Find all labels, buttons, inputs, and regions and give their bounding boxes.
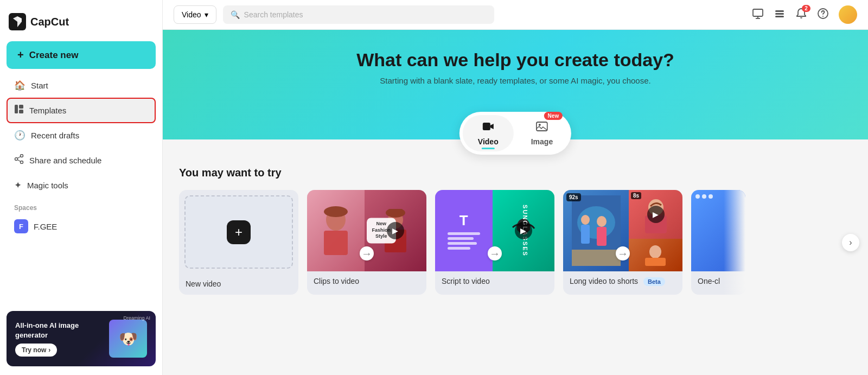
svg-point-20 (539, 124, 541, 126)
section-title: You may want to try (179, 167, 852, 179)
svg-point-40 (649, 245, 661, 258)
svg-point-33 (581, 215, 590, 225)
card-new-video[interactable]: + New video (179, 190, 298, 295)
duration-badge-92s: 92s (566, 193, 581, 201)
search-icon: 🔍 (231, 10, 240, 19)
svg-point-22 (324, 206, 348, 217)
svg-point-16 (822, 16, 824, 17)
sidebar-item-recent-drafts[interactable]: 🕐 Recent drafts (7, 123, 156, 148)
tab-switcher: Video New Image (459, 112, 571, 155)
clips-to-video-thumb: New Fashion Style ▶ → (307, 190, 426, 271)
svg-rect-37 (572, 250, 621, 266)
svg-rect-12 (775, 10, 784, 12)
hero-banner: What can we help you create today? Start… (163, 30, 868, 139)
script-right-panel: Sunglasses ▶ (493, 190, 554, 271)
sidebar-item-start[interactable]: 🏠 Start (7, 73, 156, 98)
svg-point-35 (597, 216, 607, 227)
svg-point-5 (15, 158, 18, 161)
spaces-section-label: Spaces (7, 198, 156, 214)
card-script-to-video[interactable]: T (435, 190, 554, 295)
create-new-button[interactable]: + Create new (7, 41, 156, 69)
content-area: What can we help you create today? Start… (163, 30, 868, 375)
long-video-img2b (629, 239, 682, 271)
promo-banner[interactable]: All-in-one AI image generator Try now › … (7, 311, 156, 366)
new-badge: New (544, 112, 563, 120)
create-new-label: Create new (29, 50, 79, 61)
notification-icon[interactable]: 2 (795, 8, 807, 22)
svg-rect-2 (19, 105, 23, 109)
sidebar-item-magic-tools[interactable]: ✦ Magic tools (7, 173, 156, 198)
tab-video[interactable]: Video (463, 115, 514, 151)
long-video-img2a: ▶ 8s (629, 190, 682, 239)
home-icon: 🏠 (14, 80, 25, 91)
sidebar-item-label-recent-drafts: Recent drafts (31, 131, 79, 140)
script-images: T (435, 190, 554, 271)
help-icon[interactable] (817, 8, 829, 22)
try-now-button[interactable]: Try now › (15, 344, 57, 357)
clock-icon: 🕐 (14, 130, 25, 141)
svg-rect-3 (19, 110, 23, 113)
svg-rect-9 (753, 9, 763, 16)
tab-video-label: Video (478, 137, 499, 146)
svg-rect-34 (581, 225, 590, 244)
svg-rect-1 (15, 105, 18, 113)
beta-badge: Beta (643, 277, 665, 286)
script-left-panel: T (435, 190, 493, 271)
play-icon-2: ▶ (515, 222, 532, 239)
layers-icon[interactable] (774, 8, 786, 22)
user-avatar[interactable] (839, 5, 857, 24)
svg-rect-17 (483, 123, 490, 130)
long-video-label-text: Long video to shorts (570, 277, 638, 285)
svg-rect-41 (645, 258, 666, 266)
sidebar-item-templates[interactable]: Templates (7, 98, 156, 123)
long-video-img2: ▶ 8s (629, 190, 682, 271)
dreaming-label: Dreaming AI (123, 315, 150, 321)
card-long-video-to-shorts[interactable]: 92s ▶ 8s (563, 190, 682, 295)
promo-title: All-in-one AI image generator (15, 321, 104, 340)
svg-rect-13 (775, 13, 784, 15)
topbar-right: 2 (752, 5, 857, 24)
sidebar-item-label-share-schedule: Share and schedule (29, 156, 101, 165)
sidebar-item-label-magic-tools: Magic tools (27, 181, 68, 190)
try-now-label: Try now (22, 346, 46, 354)
space-avatar-fgee: F (14, 219, 28, 233)
svg-line-7 (17, 156, 21, 158)
search-bar[interactable]: 🔍 Search templates (223, 5, 494, 24)
sidebar-nav: 🏠 Start Templates 🕐 Recent drafts (7, 73, 156, 198)
topbar: Video ▾ 🔍 Search templates (163, 0, 868, 30)
script-to-video-thumb: T (435, 190, 554, 271)
sidebar-item-label-templates: Templates (29, 106, 66, 115)
video-type-dropdown[interactable]: Video ▾ (174, 5, 216, 24)
svg-rect-36 (597, 227, 607, 246)
new-video-label: New video (179, 274, 298, 295)
play-icon: ▶ (387, 222, 404, 239)
space-item-fgee[interactable]: F F.GEE (7, 214, 156, 239)
try-now-arrow-icon: › (48, 346, 50, 354)
templates-icon (14, 104, 24, 117)
app-name: CapCut (30, 16, 69, 28)
tab-image-label: Image (531, 137, 553, 146)
tab-image[interactable]: New Image (516, 115, 568, 151)
dropdown-label: Video (182, 10, 201, 19)
notification-badge: 2 (802, 5, 810, 12)
svg-marker-18 (490, 124, 494, 129)
magic-icon: ✦ (14, 180, 22, 191)
duration-badge-8s: 8s (631, 192, 641, 199)
hero-subtitle: Starting with a blank slate, ready templ… (184, 76, 846, 85)
capcut-logo-icon (9, 13, 26, 30)
share-icon (14, 154, 24, 167)
space-label-fgee: F.GEE (34, 222, 57, 231)
script-to-video-label: Script to video (435, 271, 554, 292)
hero-title: What can we help you create today? (184, 49, 846, 71)
svg-rect-23 (324, 231, 348, 255)
sidebar: CapCut + Create new 🏠 Start Templates 🕐 … (0, 0, 163, 375)
promo-image: 🐶 (109, 320, 147, 358)
screen-icon[interactable] (752, 8, 764, 22)
next-arrow-button[interactable]: › (842, 234, 859, 251)
card-one-cl[interactable]: One-cl (691, 190, 745, 295)
long-video-thumb: 92s ▶ 8s (563, 190, 682, 271)
sidebar-item-share-schedule[interactable]: Share and schedule (7, 148, 156, 173)
card-clips-to-video[interactable]: New Fashion Style ▶ → Clips to video (307, 190, 426, 295)
clips-to-video-label: Clips to video (307, 271, 426, 292)
sidebar-item-label-start: Start (31, 81, 48, 90)
